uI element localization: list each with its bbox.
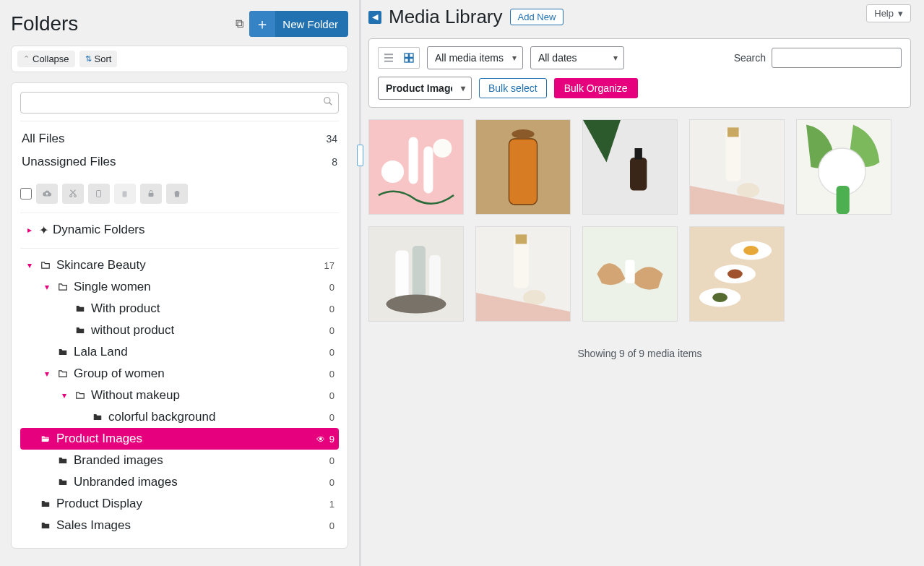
chevron-icon[interactable]	[59, 390, 69, 400]
lock-icon[interactable]	[140, 184, 162, 204]
folders-sidebar: Folders ⧉ ＋ New Folder ⌃ Collapse ⇅ Sort	[0, 0, 359, 566]
unassigned-files-link[interactable]: Unassigned Files 8	[20, 150, 339, 173]
folder-tree-item[interactable]: With product0	[20, 298, 339, 320]
folder-label: Product Display	[56, 497, 142, 511]
main-content: Help ▾ ◀ Media Library Add New All media…	[361, 0, 924, 566]
upload-icon[interactable]	[36, 184, 58, 204]
folder-tree-item[interactable]: Sales Images0	[20, 515, 339, 536]
media-item[interactable]	[582, 226, 678, 322]
svg-rect-17	[509, 139, 537, 205]
sort-icon: ⇅	[85, 54, 92, 64]
chevron-icon[interactable]	[25, 260, 35, 270]
folder-count: 0	[329, 390, 334, 401]
svg-point-43	[743, 246, 759, 255]
folder-icon	[39, 499, 52, 509]
svg-rect-32	[413, 246, 426, 298]
date-filter[interactable]: All dates	[530, 46, 624, 69]
svg-point-0	[324, 98, 330, 103]
folder-tree-item[interactable]: Lala Land0	[20, 341, 339, 363]
media-item[interactable]	[368, 226, 464, 322]
folder-count: 👁 9	[316, 434, 334, 445]
svg-rect-24	[725, 129, 741, 181]
svg-point-19	[511, 129, 534, 139]
svg-rect-21	[630, 158, 647, 191]
chevron-icon[interactable]	[25, 434, 35, 444]
folder-tree-item[interactable]: Single women0	[20, 276, 339, 298]
svg-point-15	[433, 139, 452, 158]
svg-point-26	[737, 183, 759, 198]
svg-rect-4	[97, 191, 101, 197]
media-search-input[interactable]	[772, 48, 902, 68]
folder-icon	[56, 455, 69, 466]
all-files-link[interactable]: All Files 34	[20, 127, 339, 150]
add-new-button[interactable]: Add New	[510, 9, 564, 25]
dynamic-folders[interactable]: ✦ Dynamic Folders	[20, 219, 339, 241]
wand-icon: ✦	[39, 223, 48, 237]
folder-tree-item[interactable]: Branded images0	[20, 450, 339, 471]
folder-search-input[interactable]	[20, 92, 339, 113]
help-button[interactable]: Help ▾	[866, 4, 911, 22]
folder-icon	[39, 434, 52, 444]
svg-rect-8	[410, 53, 413, 57]
media-item[interactable]	[582, 119, 678, 215]
folder-icon	[74, 304, 87, 314]
new-folder-button[interactable]: ＋ New Folder	[249, 11, 348, 37]
svg-point-47	[712, 293, 727, 302]
folder-icon	[39, 520, 52, 531]
folder-icon	[39, 260, 52, 270]
folder-tree-item[interactable]: colorful background0	[20, 406, 339, 428]
folder-count: 0	[329, 369, 334, 380]
chevron-icon[interactable]	[42, 369, 52, 379]
media-item[interactable]	[796, 119, 891, 215]
media-grid	[368, 116, 911, 333]
folder-icon	[56, 347, 69, 357]
collapse-sidebar-button[interactable]: ◀	[368, 11, 381, 24]
sort-button[interactable]: ⇅ Sort	[79, 51, 118, 67]
svg-point-34	[386, 295, 446, 314]
svg-line-1	[329, 103, 332, 106]
folder-tree-item[interactable]: without product0	[20, 320, 339, 341]
list-view-button[interactable]	[379, 48, 399, 68]
search-label: Search	[734, 52, 766, 64]
chevron-icon[interactable]	[42, 282, 52, 292]
bolt-icon[interactable]: ⧉	[236, 17, 243, 30]
svg-rect-31	[395, 251, 408, 298]
svg-rect-25	[727, 127, 739, 137]
eye-icon: 👁	[316, 434, 325, 445]
folder-label: Without makeup	[91, 388, 180, 403]
folder-tree-item[interactable]: Product Display1	[20, 493, 339, 515]
folder-label: colorful background	[108, 410, 215, 424]
copy-icon[interactable]	[88, 184, 110, 204]
folder-tree-item[interactable]: Skincare Beauty17	[20, 254, 339, 276]
folder-filter[interactable]: Product Images	[378, 77, 472, 100]
collapse-button[interactable]: ⌃ Collapse	[17, 51, 75, 67]
bulk-select-button[interactable]: Bulk select	[479, 78, 547, 98]
media-item[interactable]	[689, 119, 785, 215]
media-item[interactable]	[475, 119, 571, 215]
svg-rect-7	[405, 53, 408, 57]
folder-tree-item[interactable]: Product Images👁 9	[20, 428, 339, 450]
folder-label: Product Images	[56, 432, 142, 446]
folder-label: without product	[91, 323, 174, 338]
media-item[interactable]	[368, 119, 464, 215]
chevron-right-icon	[25, 225, 35, 235]
paste-icon[interactable]	[114, 184, 136, 204]
media-type-filter[interactable]: All media items	[427, 46, 523, 69]
svg-point-12	[381, 160, 404, 183]
folder-tree-item[interactable]: Unbranded images0	[20, 471, 339, 493]
grid-view-button[interactable]	[399, 48, 419, 68]
chevron-down-icon: ▾	[898, 8, 903, 19]
media-item[interactable]	[689, 226, 785, 322]
search-icon	[323, 96, 333, 108]
folder-label: Unbranded images	[74, 475, 178, 489]
svg-rect-40	[626, 260, 635, 284]
media-item[interactable]	[475, 226, 571, 322]
folder-tree-item[interactable]: Group of women0	[20, 363, 339, 385]
trash-icon[interactable]	[166, 184, 188, 204]
cut-icon[interactable]	[62, 184, 84, 204]
bulk-organize-button[interactable]: Bulk Organize	[554, 78, 638, 98]
folder-count: 1	[329, 499, 334, 510]
folder-toolbar	[20, 184, 339, 204]
select-all-checkbox[interactable]	[20, 188, 32, 200]
folder-tree-item[interactable]: Without makeup0	[20, 385, 339, 406]
